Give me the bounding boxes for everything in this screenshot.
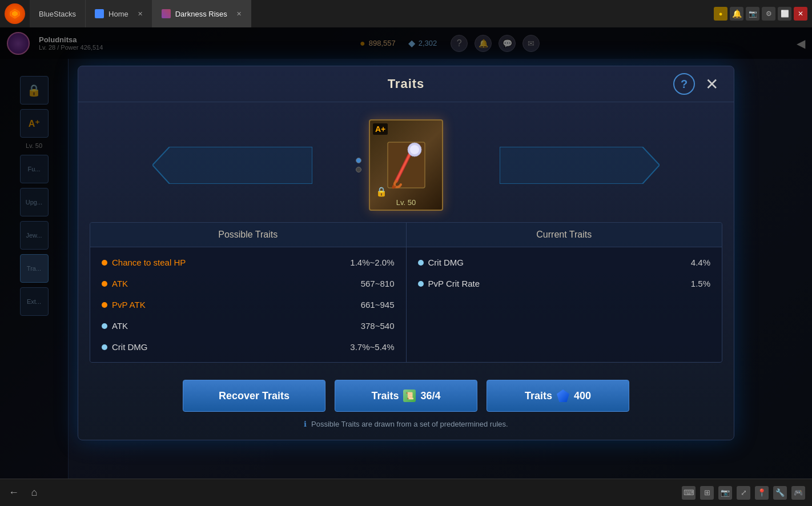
possible-trait-value-4: 3.7%~5.4% (350, 342, 394, 352)
current-trait-1: PvP Crit Rate 1.5% (407, 273, 722, 294)
game-area: 🔒 A⁺ Lv. 50 Fu... Upg... Jew... Tra... E… (0, 27, 812, 479)
possible-trait-name-4: Crit DMG (112, 342, 345, 352)
traits-scroll-label: Traits (371, 390, 399, 402)
dialog-backdrop: Traits ? ✕ A+ (0, 27, 812, 479)
item-illustration (383, 139, 429, 191)
dialog-title: Traits (388, 77, 425, 91)
dialog-footer: Recover Traits Traits 📜 36/4 Traits 400 (78, 374, 734, 417)
home-icon (95, 9, 104, 18)
current-trait-value-0: 4.4% (691, 258, 710, 267)
tab-home-label: Home (108, 10, 128, 18)
traits-gem-label: Traits (525, 390, 552, 402)
settings-btn[interactable]: ⚙ (762, 7, 775, 21)
scroll-icon: 📜 (403, 389, 416, 402)
left-arrow-decoration (152, 147, 312, 184)
info-icon: ℹ (304, 420, 307, 428)
gem-icon (557, 389, 569, 402)
possible-trait-value-1: 567~810 (361, 279, 395, 288)
taskbar-right: ⌨ ⊞ 📷 ⤢ 📍 🔧 🎮 (682, 486, 805, 500)
possible-trait-value-2: 661~945 (361, 300, 395, 310)
recover-traits-button[interactable]: Recover Traits (183, 380, 325, 412)
item-dot-2 (356, 167, 361, 172)
current-traits-header: Current Traits (407, 223, 722, 247)
item-card[interactable]: A+ (369, 119, 443, 211)
current-trait-dot-1 (418, 281, 424, 287)
possible-traits-header: Possible Traits (90, 223, 406, 247)
restore-btn[interactable]: ⬜ (778, 7, 791, 21)
window-controls: ● 🔔 📷 ⚙ ⬜ ✕ (714, 7, 812, 21)
trait-dot-3 (102, 323, 107, 329)
current-trait-name-1: PvP Crit Rate (428, 279, 686, 288)
traits-gem-count: 400 (574, 390, 591, 402)
dialog-header: Traits ? ✕ (78, 66, 734, 102)
home-btn[interactable]: ⌂ (27, 486, 41, 500)
possible-trait-name-2: PvP ATK (112, 300, 356, 310)
traits-scroll-button[interactable]: Traits 📜 36/4 (335, 380, 477, 412)
trait-dot-1 (102, 281, 107, 287)
possible-trait-2: PvP ATK 661~945 (90, 294, 406, 315)
resize-icon[interactable]: ⤢ (737, 486, 750, 500)
tab-home[interactable]: Home ✕ (86, 0, 152, 27)
item-dot-1 (356, 158, 361, 163)
possible-trait-name-3: ATK (112, 321, 356, 331)
item-display: A+ (78, 102, 734, 222)
item-lock-icon: 🔒 (376, 186, 387, 197)
keyboard-icon[interactable]: ⌨ (682, 486, 696, 500)
back-btn[interactable]: ← (7, 486, 21, 500)
tools-icon[interactable]: 🔧 (773, 486, 787, 500)
tab-game[interactable]: Darkness Rises ✕ (152, 0, 251, 27)
tab-close-icon[interactable]: ✕ (138, 10, 143, 18)
recover-traits-label: Recover Traits (219, 390, 290, 402)
possible-traits-body: Chance to steal HP 1.4%~2.0% ATK 567~810… (90, 247, 406, 362)
possible-trait-name-0: Chance to steal HP (112, 258, 345, 267)
coin-icon: ● (714, 7, 727, 21)
taskbar: ← ⌂ ⌨ ⊞ 📷 ⤢ 📍 🔧 🎮 (0, 479, 812, 506)
svg-point-9 (410, 145, 419, 154)
possible-trait-4: Crit DMG 3.7%~5.4% (90, 336, 406, 358)
gamepad-icon[interactable]: 🎮 (791, 486, 805, 500)
dialog-close-btn[interactable]: ✕ (701, 73, 722, 95)
item-level: Lv. 50 (396, 198, 416, 207)
possible-trait-0: Chance to steal HP 1.4%~2.0% (90, 252, 406, 273)
weapon-svg (385, 141, 428, 190)
tab-game-close-icon[interactable]: ✕ (236, 10, 242, 18)
traits-table: Possible Traits Chance to steal HP 1.4%~… (90, 222, 722, 363)
screenshot-icon[interactable]: 📷 (718, 486, 732, 500)
possible-trait-1: ATK 567~810 (90, 273, 406, 294)
possible-trait-3: ATK 378~540 (90, 315, 406, 336)
traits-scroll-count: 36/4 (420, 390, 440, 402)
trait-dot-4 (102, 344, 107, 350)
apps-icon[interactable]: ⊞ (700, 486, 714, 500)
right-arrow-decoration (500, 147, 660, 184)
location-icon[interactable]: 📍 (755, 486, 769, 500)
trait-dot-2 (102, 302, 107, 308)
item-dots (356, 158, 361, 172)
tab-bluestacks[interactable]: BlueStacks (30, 0, 86, 27)
titlebar: BlueStacks Home ✕ Darkness Rises ✕ ● 🔔 📷… (0, 0, 812, 27)
traits-dialog: Traits ? ✕ A+ (78, 66, 734, 440)
tab-game-label: Darkness Rises (175, 10, 227, 18)
close-btn[interactable]: ✕ (794, 7, 807, 21)
game-icon (162, 9, 171, 18)
current-traits-col: Current Traits Crit DMG 4.4% PvP Crit Ra… (407, 223, 722, 362)
traits-gem-button[interactable]: Traits 400 (487, 380, 629, 412)
media-btn[interactable]: 📷 (746, 7, 759, 21)
bluestacks-logo (5, 3, 25, 24)
current-trait-0: Crit DMG 4.4% (407, 252, 722, 273)
possible-trait-name-1: ATK (112, 279, 356, 288)
dialog-help-btn[interactable]: ? (673, 73, 695, 95)
possible-traits-col: Possible Traits Chance to steal HP 1.4%~… (90, 223, 407, 362)
current-trait-name-0: Crit DMG (428, 258, 686, 267)
trait-dot-0 (102, 260, 107, 266)
svg-marker-3 (500, 147, 660, 184)
current-traits-body: Crit DMG 4.4% PvP Crit Rate 1.5% (407, 247, 722, 362)
item-grade: A+ (373, 123, 388, 135)
info-message: Possible Traits are drawn from a set of … (311, 420, 508, 428)
taskbar-left: ← ⌂ (7, 486, 41, 500)
notification-btn[interactable]: 🔔 (730, 7, 743, 21)
possible-trait-value-0: 1.4%~2.0% (350, 258, 394, 267)
current-trait-value-1: 1.5% (691, 279, 710, 288)
svg-marker-2 (152, 147, 312, 184)
possible-trait-value-3: 378~540 (361, 321, 395, 331)
dialog-header-buttons: ? ✕ (673, 73, 722, 95)
